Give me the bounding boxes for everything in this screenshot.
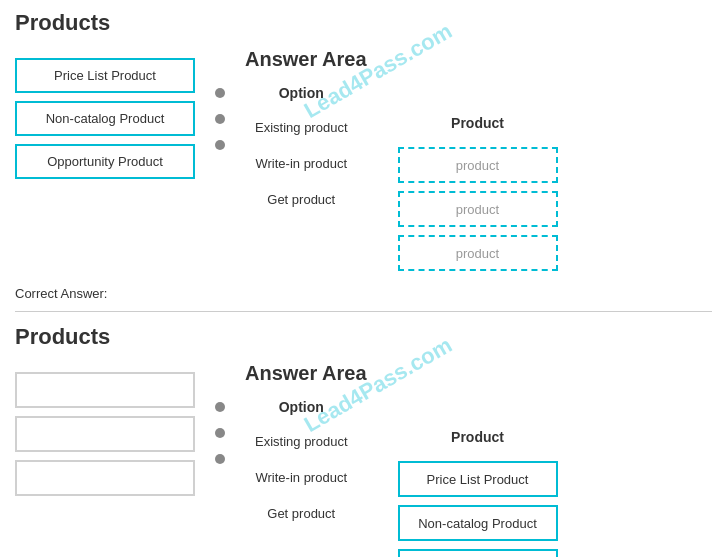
section2-dot-3 xyxy=(215,454,225,464)
section2-dot-1 xyxy=(215,402,225,412)
section2-option-1: Existing product xyxy=(245,423,358,459)
section2-options-header: Option xyxy=(279,399,324,415)
section2-options-wrapper: Existing product Write-in product Get pr… xyxy=(245,423,358,531)
section2-options-col: Option Existing product Write-in product… xyxy=(245,399,358,531)
dot-2 xyxy=(215,114,225,124)
section1-options-wrapper: Existing product Write-in product Get pr… xyxy=(245,109,358,217)
section1-product-2[interactable]: Non-catalog Product xyxy=(15,101,195,136)
divider xyxy=(15,311,712,312)
section1-dots xyxy=(205,48,235,150)
section2-answer-area: Answer Area Lead4Pass.com Option Existin… xyxy=(245,362,712,557)
section1-option-1: Existing product xyxy=(245,109,358,145)
correct-answer-label: Correct Answer: xyxy=(15,286,712,301)
section1-drop-slot-1[interactable]: product xyxy=(398,147,558,183)
main-container: Products Price List Product Non-catalog … xyxy=(0,0,727,557)
section1-options-header: Option xyxy=(279,85,324,101)
section2-drop-filled-3[interactable]: Opportunity Product xyxy=(398,549,558,557)
section1-options-col: Option Existing product Write-in product… xyxy=(245,85,358,217)
section2-product-2-empty xyxy=(15,416,195,452)
section2-product-1-empty xyxy=(15,372,195,408)
section1-option-2: Write-in product xyxy=(245,145,357,181)
section2-products-title: Products xyxy=(15,324,712,350)
section2-option-3: Get product xyxy=(257,495,345,531)
section1-option-3: Get product xyxy=(257,181,345,217)
section1-answer-title: Answer Area Lead4Pass.com xyxy=(245,48,712,71)
section2-dots xyxy=(205,362,235,464)
section2: Products Answer Area Lead4Pass.com xyxy=(15,324,712,557)
section1-products-drop-col: Product product product product xyxy=(398,85,558,271)
section1-drop-slot-2[interactable]: product xyxy=(398,191,558,227)
section1: Products Price List Product Non-catalog … xyxy=(15,10,712,271)
section1-products-title: Products xyxy=(15,10,712,36)
section2-answer-title: Answer Area Lead4Pass.com xyxy=(245,362,712,385)
section1-product-1[interactable]: Price List Product xyxy=(15,58,195,93)
section2-drag-drop: Answer Area Lead4Pass.com Option Existin… xyxy=(15,362,712,557)
section2-product-3-empty xyxy=(15,460,195,496)
section1-products-column: Price List Product Non-catalog Product O… xyxy=(15,48,195,179)
section2-products-column xyxy=(15,362,195,496)
section2-drop-filled-2[interactable]: Non-catalog Product xyxy=(398,505,558,541)
section1-drag-drop: Price List Product Non-catalog Product O… xyxy=(15,48,712,271)
section2-answer-table: Option Existing product Write-in product… xyxy=(245,399,712,557)
section1-answer-area: Answer Area Lead4Pass.com Option Existin… xyxy=(245,48,712,271)
section2-products-drop-col: Product Price List Product Non-catalog P… xyxy=(398,399,558,557)
section2-drop-filled-1[interactable]: Price List Product xyxy=(398,461,558,497)
section1-product-3[interactable]: Opportunity Product xyxy=(15,144,195,179)
section1-product-header: Product xyxy=(398,115,558,131)
section1-drop-slot-3[interactable]: product xyxy=(398,235,558,271)
section2-product-header: Product xyxy=(398,429,558,445)
section1-answer-table: Option Existing product Write-in product… xyxy=(245,85,712,271)
section2-dot-2 xyxy=(215,428,225,438)
section2-option-2: Write-in product xyxy=(245,459,357,495)
dot-1 xyxy=(215,88,225,98)
dot-3 xyxy=(215,140,225,150)
